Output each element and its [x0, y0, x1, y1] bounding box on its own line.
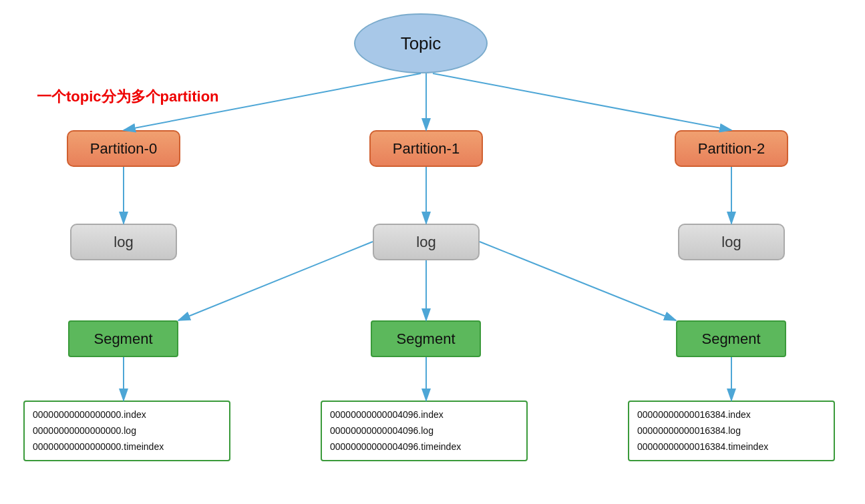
- topic-label: Topic: [401, 33, 442, 54]
- partition-1-node: Partition-1: [369, 130, 483, 167]
- partition-2-node: Partition-2: [675, 130, 788, 167]
- file-box-0-line3: 00000000000000000.timeindex: [33, 439, 221, 455]
- annotation-text: 一个topic分为多个partition: [37, 87, 219, 107]
- file-box-1-line2: 00000000000004096.log: [330, 423, 518, 439]
- log-1-label: log: [416, 234, 436, 251]
- partition-2-label: Partition-2: [698, 140, 765, 158]
- file-box-0-line1: 00000000000000000.index: [33, 407, 221, 423]
- partition-0-node: Partition-0: [67, 130, 180, 167]
- log-0-node: log: [70, 224, 177, 260]
- file-box-1: 00000000000004096.index 0000000000000409…: [321, 401, 528, 461]
- file-box-0-line2: 00000000000000000.log: [33, 423, 221, 439]
- svg-line-7: [178, 242, 373, 320]
- svg-line-9: [480, 242, 676, 320]
- segment-0-node: Segment: [68, 320, 178, 357]
- segment-0-label: Segment: [94, 330, 152, 348]
- log-1-node: log: [373, 224, 480, 260]
- segment-1-label: Segment: [396, 330, 455, 348]
- segment-1-node: Segment: [371, 320, 481, 357]
- file-box-2-line2: 00000000000016384.log: [637, 423, 826, 439]
- diagram-container: 一个topic分为多个partition Topic Partition-0 P…: [0, 0, 865, 504]
- file-box-0: 00000000000000000.index 0000000000000000…: [23, 401, 230, 461]
- svg-line-3: [433, 73, 731, 130]
- segment-2-label: Segment: [701, 330, 760, 348]
- log-0-label: log: [114, 234, 133, 251]
- log-2-label: log: [721, 234, 741, 251]
- segment-2-node: Segment: [676, 320, 786, 357]
- partition-0-label: Partition-0: [90, 140, 157, 158]
- log-2-node: log: [678, 224, 785, 260]
- file-box-2-line3: 00000000000016384.timeindex: [637, 439, 826, 455]
- file-box-1-line3: 00000000000004096.timeindex: [330, 439, 518, 455]
- file-box-2: 00000000000016384.index 0000000000001638…: [628, 401, 835, 461]
- partition-1-label: Partition-1: [393, 140, 460, 158]
- file-box-1-line1: 00000000000004096.index: [330, 407, 518, 423]
- topic-node: Topic: [354, 13, 488, 73]
- file-box-2-line1: 00000000000016384.index: [637, 407, 826, 423]
